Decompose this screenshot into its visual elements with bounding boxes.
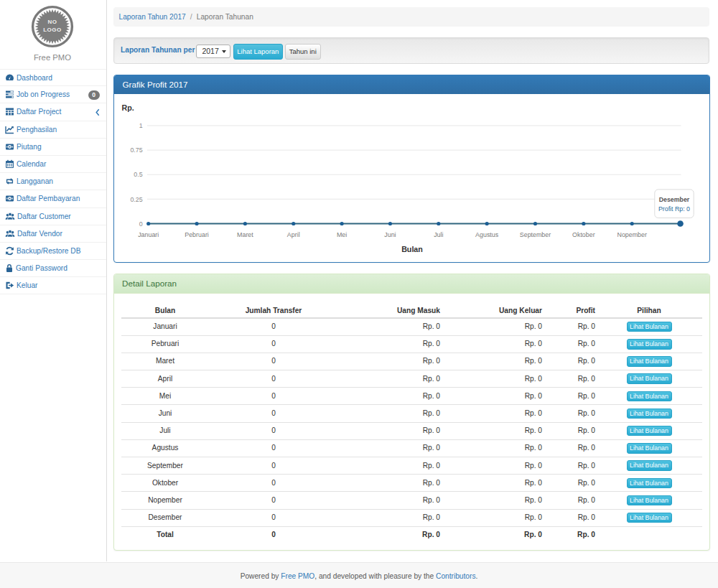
svg-text:0: 0 [139,220,143,228]
svg-text:0.75: 0.75 [130,146,142,154]
svg-text:Januari: Januari [138,231,159,238]
svg-text:Nopember: Nopember [617,231,646,238]
svg-text:Juni: Juni [384,231,396,238]
svg-text:Desember: Desember [659,196,690,203]
svg-text:Mei: Mei [337,231,347,238]
svg-text:Rp.: Rp. [122,103,134,112]
svg-text:LOGO: LOGO [43,27,62,33]
svg-text:Juli: Juli [434,231,443,238]
svg-text:Agustus: Agustus [475,231,499,238]
svg-text:0.25: 0.25 [130,196,142,203]
svg-text:NO: NO [48,19,57,25]
svg-text:Profit Rp: 0: Profit Rp: 0 [658,205,690,213]
svg-text:Oktober: Oktober [572,231,595,238]
svg-text:Pebruari: Pebruari [185,231,209,238]
svg-text:September: September [520,231,551,238]
svg-text:0.5: 0.5 [134,171,142,178]
svg-text:Maret: Maret [237,231,253,238]
svg-text:April: April [287,231,300,238]
svg-text:1: 1 [139,122,143,129]
svg-text:Bulan: Bulan [401,245,423,253]
